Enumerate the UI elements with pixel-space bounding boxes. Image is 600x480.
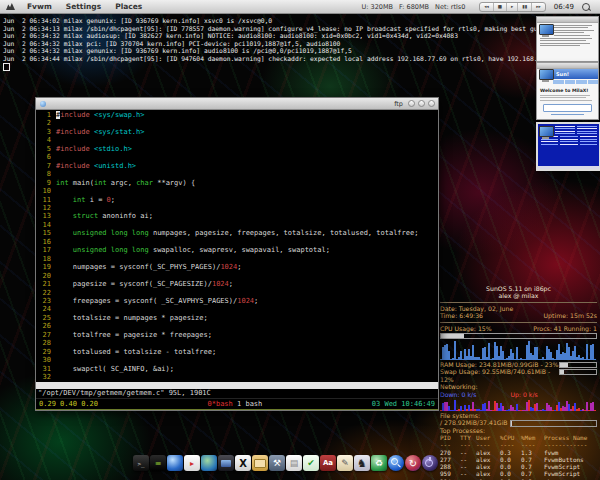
browser-nav-links[interactable] — [553, 79, 598, 85]
browser-button[interactable] — [543, 104, 592, 112]
code-line: 20 — [38, 272, 438, 280]
code-line: 4 — [38, 136, 438, 144]
menu-settings[interactable]: Settings — [59, 2, 108, 11]
console-log: Jun 2 06:34:02 milax genunix: [ID 936769… — [3, 17, 564, 73]
window-button-3[interactable] — [428, 100, 435, 107]
power-icon[interactable] — [422, 455, 438, 471]
browser-banner: Sun! — [553, 69, 598, 79]
terminal-titlebar[interactable]: ftp — [36, 98, 438, 110]
terminal-icon[interactable]: >_ — [133, 455, 149, 471]
code-line: 17 unsigned long long swapalloc, swapres… — [38, 246, 438, 254]
search-icon[interactable] — [388, 455, 404, 471]
editor-icon[interactable]: ✔ — [303, 455, 319, 471]
code-line: 23 freepages = sysconf( _SC_AVPHYS_PAGES… — [38, 297, 438, 305]
code-line: 6 — [38, 153, 438, 161]
tools-icon[interactable]: ⚒ — [269, 455, 285, 471]
pen-icon[interactable]: ✎ — [337, 455, 353, 471]
fs-mount-label: / — [440, 419, 442, 426]
filesystems-heading: File systems: — [440, 412, 597, 419]
thumbnail-titlebar[interactable] — [537, 17, 598, 23]
load-average: 0.29 0.40 0.20 — [39, 400, 98, 408]
documents-icon[interactable]: ▤ — [286, 455, 302, 471]
network-status: Net: rtls0 — [435, 3, 465, 11]
cpu-usage-line: CPU Usage: 15% — [440, 325, 492, 332]
file-manager-icon[interactable] — [252, 455, 268, 471]
code-line: 29 totalused = totalsize - totalfree; — [38, 348, 438, 356]
memory-free-status: F: 680MB — [399, 3, 429, 11]
code-line: 9int main(int argc, char **argv) { — [38, 179, 438, 187]
log-line: Jun 2 06:34:02 milax genunix: [ID 936769… — [3, 17, 564, 25]
video-player-icon[interactable] — [218, 455, 234, 471]
media-controls: ◂◂■▸▮▮▸▸ — [479, 2, 546, 12]
web-browser-icon[interactable] — [201, 455, 217, 471]
vim-statusline — [36, 382, 438, 389]
network-graph — [440, 399, 597, 411]
code-line: 19 numpages = sysconf(_SC_PHYS_PAGES)/10… — [38, 263, 438, 271]
dictionary-icon[interactable]: Aa — [320, 455, 336, 471]
monitor-icon — [539, 126, 552, 137]
terminal-window[interactable]: ftp 1#include <sys/swap.h>23#include <sy… — [35, 97, 439, 411]
thumbnail-console-window[interactable] — [536, 16, 599, 62]
vim-file-message: "/opt/DEV/tmp/getmem/getmem.c" 95L, 1901… — [36, 389, 438, 398]
code-line: 25 totalsize = numpages * pagesize; — [38, 314, 438, 322]
code-line: 1#include <sys/swap.h> — [38, 111, 438, 119]
log-line: Jun 2 06:34:32 milax pci: [ID 370704 ker… — [3, 40, 564, 48]
thumbnail-installer-window[interactable] — [536, 122, 600, 171]
code-line: 18 — [38, 255, 438, 263]
console-icon[interactable]: ≡ — [150, 455, 166, 471]
screen-window-other: 1 bash — [237, 400, 262, 408]
process-table-header: ------------------------------ — [440, 441, 597, 448]
x11-icon[interactable]: X — [235, 455, 251, 471]
pause-button[interactable]: ▮▮ — [518, 3, 532, 11]
thumbnail-browser-window[interactable]: Sun! Welcome to MilaX! — [536, 62, 599, 120]
package-icon[interactable]: ♻ — [371, 455, 387, 471]
sync-icon[interactable]: ↻ — [405, 455, 421, 471]
console-cursor — [3, 63, 10, 71]
fvwm-logo-icon[interactable] — [6, 3, 15, 10]
swap-usage-line: Swap Usage: 92.55MiB/740.61MiB - 12% — [440, 368, 559, 383]
uptime-line: Uptime: 15m 52s — [544, 312, 597, 319]
process-row: 959--alex0.00.7FvwmScript — [440, 470, 597, 477]
network-globe-icon[interactable] — [167, 455, 183, 471]
code-line: 7#include <unistd.h> — [38, 162, 438, 170]
window-button-1[interactable] — [408, 100, 415, 107]
search-icon[interactable] — [582, 3, 590, 11]
log-line: Jun 2 06:34:44 milax /sbin/dhcpagent[95]… — [3, 55, 564, 63]
os-line: SunOS 5.11 on i86pc — [440, 285, 597, 292]
process-row: 288--alex0.00.7FvwmScript — [440, 463, 597, 470]
code-line: 10 — [38, 187, 438, 195]
games-icon[interactable]: ♞ — [354, 455, 370, 471]
code-line: 13 struct anoninfo ai; — [38, 212, 438, 220]
browser-heading: Welcome to MilaX! — [540, 88, 596, 93]
time-line: Time: 6:49:36 — [440, 312, 483, 319]
date-line: Date: Tuesday, 02, June — [440, 305, 513, 312]
browser-footer-links[interactable] — [551, 114, 584, 116]
terminal-tab-title: ftp — [394, 100, 403, 108]
memory-used-status: U: 320MB — [362, 3, 394, 11]
code-line: 24 — [38, 305, 438, 313]
play-button[interactable]: ▸ — [507, 3, 518, 11]
media-player-icon[interactable]: ▸ — [184, 455, 200, 471]
menu-places[interactable]: Places — [108, 2, 149, 11]
monitor-icon — [539, 24, 552, 35]
code-line: 21 pagesize = sysconf(_SC_PAGESIZE)/1024… — [38, 280, 438, 288]
terminal-menu-icon[interactable] — [40, 101, 46, 107]
code-line: 22 — [38, 289, 438, 297]
stop-button[interactable]: ■ — [494, 3, 507, 11]
ram-usage-bar — [559, 362, 597, 368]
log-line: Jun 2 06:34:32 milax audiosup: [ID 38262… — [3, 32, 564, 40]
forward-button[interactable]: ▸▸ — [532, 3, 545, 11]
screen-clock: 03 Wed 10:46:49 — [372, 400, 435, 408]
process-row: 277--alex0.00.7FvwmButtons — [440, 456, 597, 463]
rewind-button[interactable]: ◂◂ — [480, 3, 494, 11]
system-monitor: SunOS 5.11 on i86pc alex @ milax Date: T… — [440, 285, 597, 480]
menu-fvwm[interactable]: Fvwm — [20, 2, 59, 11]
window-button-2[interactable] — [418, 100, 425, 107]
cpu-graph — [440, 340, 597, 360]
code-line: 27 totalfree = pagesize * freepages; — [38, 331, 438, 339]
fs-usage-bar — [510, 420, 597, 427]
monitor-icon — [539, 69, 552, 80]
screen-statusbar: 0.29 0.40 0.20 0*bash 1 bash 03 Wed 10:4… — [36, 398, 438, 410]
vim-code[interactable]: 1#include <sys/swap.h>23#include <sys/st… — [36, 110, 438, 382]
installer-statusbar — [538, 166, 599, 169]
